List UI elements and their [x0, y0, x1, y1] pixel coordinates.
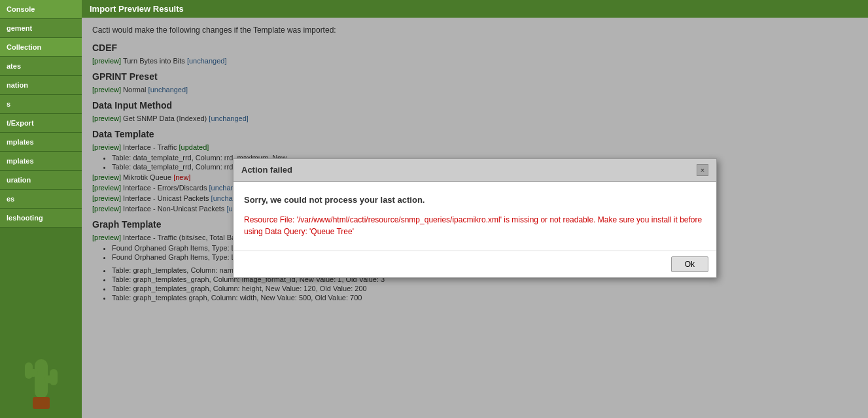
modal-overlay: Action failed × Sorry, we could not proc… — [82, 18, 868, 418]
content-area: Cacti would make the following changes i… — [82, 18, 868, 418]
sidebar-item-s[interactable]: s — [0, 95, 82, 114]
sidebar-item-uration[interactable]: uration — [0, 171, 82, 190]
sidebar-item-import-export[interactable]: t/Export — [0, 114, 82, 133]
sidebar-item-management[interactable]: gement — [0, 19, 82, 38]
modal-body: Sorry, we could not process your last ac… — [234, 182, 716, 251]
cactus-logo — [0, 340, 82, 418]
main-content: Import Preview Results Cacti would make … — [82, 0, 868, 418]
svg-rect-2 — [25, 362, 33, 379]
sidebar-item-console[interactable]: Console — [0, 0, 82, 19]
modal-error-text: Resource File: '/var/www/html/cacti/reso… — [244, 214, 706, 237]
sidebar-item-es[interactable]: es — [0, 190, 82, 209]
action-failed-modal: Action failed × Sorry, we could not proc… — [233, 158, 717, 278]
sidebar-item-collection[interactable]: Collection — [0, 38, 82, 57]
sidebar-item-templates2[interactable]: mplates — [0, 152, 82, 171]
modal-title: Action failed — [241, 165, 292, 175]
modal-header: Action failed × — [234, 159, 716, 182]
sidebar-item-ates[interactable]: ates — [0, 57, 82, 76]
svg-rect-5 — [33, 397, 50, 409]
sidebar-item-nation[interactable]: nation — [0, 76, 82, 95]
ok-button[interactable]: Ok — [671, 256, 708, 272]
modal-close-button[interactable]: × — [697, 164, 708, 176]
sidebar: Console gement Collection ates nation s … — [0, 0, 82, 418]
modal-footer: Ok — [234, 251, 716, 277]
modal-sorry-text: Sorry, we could not process your last ac… — [244, 195, 706, 205]
page-title: Import Preview Results — [82, 0, 868, 18]
sidebar-item-templates1[interactable]: mplates — [0, 133, 82, 152]
svg-rect-4 — [50, 369, 58, 385]
sidebar-item-leshooting[interactable]: leshooting — [0, 209, 82, 228]
